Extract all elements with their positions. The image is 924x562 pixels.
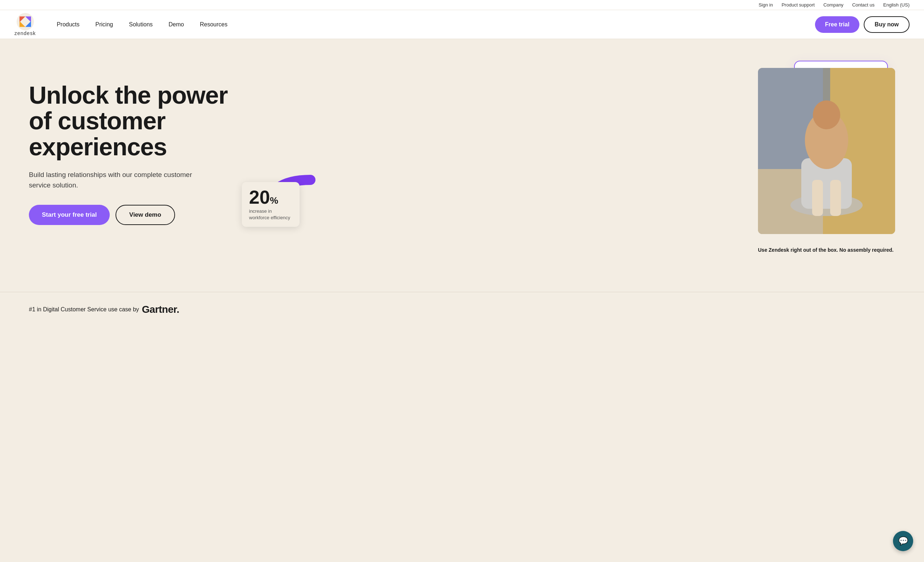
stat-percent: % [270, 195, 278, 206]
contact-us-link[interactable]: Contact us [852, 2, 874, 8]
svg-rect-14 [812, 180, 823, 216]
language-selector[interactable]: English (US) [883, 2, 910, 8]
zendesk-logo-icon [16, 13, 34, 30]
sign-in-link[interactable]: Sign in [759, 2, 773, 8]
svg-point-13 [813, 101, 840, 129]
hero-right: Refunded Fulfilled Paid Fulfilled [238, 68, 895, 256]
view-demo-button[interactable]: View demo [116, 205, 175, 225]
nav-actions: Free trial Buy now [815, 16, 910, 33]
bottom-bar: #1 in Digital Customer Service use case … [0, 292, 924, 327]
nav-products[interactable]: Products [50, 18, 86, 31]
buy-now-button[interactable]: Buy now [864, 16, 910, 33]
nav-pricing[interactable]: Pricing [89, 18, 120, 31]
svg-point-0 [16, 13, 34, 30]
nav-demo[interactable]: Demo [162, 18, 190, 31]
start-trial-button[interactable]: Start your free trial [29, 205, 110, 225]
logo-link[interactable]: zendesk [14, 13, 36, 36]
hero-left: Unlock the power of customer experiences… [29, 68, 238, 225]
hero-heading: Unlock the power of customer experiences [29, 83, 238, 160]
svg-rect-15 [830, 180, 841, 216]
hero-person-image [758, 68, 895, 234]
hero-subtext: Build lasting relationships with our com… [29, 170, 202, 190]
free-trial-button[interactable]: Free trial [815, 16, 860, 33]
gartner-logo: Gartner. [142, 304, 179, 315]
nav-solutions[interactable]: Solutions [122, 18, 159, 31]
company-link[interactable]: Company [823, 2, 843, 8]
product-support-link[interactable]: Product support [782, 2, 814, 8]
bottom-bar-text: #1 in Digital Customer Service use case … [29, 306, 139, 313]
hero-section: Unlock the power of customer experiences… [0, 39, 924, 292]
nav-links: Products Pricing Solutions Demo Resource… [50, 18, 815, 31]
person-svg [758, 68, 895, 234]
hero-caption: Use Zendesk right out of the box. No ass… [758, 244, 895, 256]
hero-buttons: Start your free trial View demo [29, 205, 238, 225]
logo-text: zendesk [14, 30, 36, 36]
stat-overlay: 20% increase in workforce efficiency [242, 182, 300, 227]
nav-resources[interactable]: Resources [194, 18, 234, 31]
main-nav: zendesk Products Pricing Solutions Demo … [0, 10, 924, 39]
stat-label: increase in workforce efficiency [249, 208, 292, 221]
utility-bar: Sign in Product support Company Contact … [0, 0, 924, 10]
stat-display: 20% [249, 188, 292, 207]
stat-number: 20 [249, 187, 270, 208]
